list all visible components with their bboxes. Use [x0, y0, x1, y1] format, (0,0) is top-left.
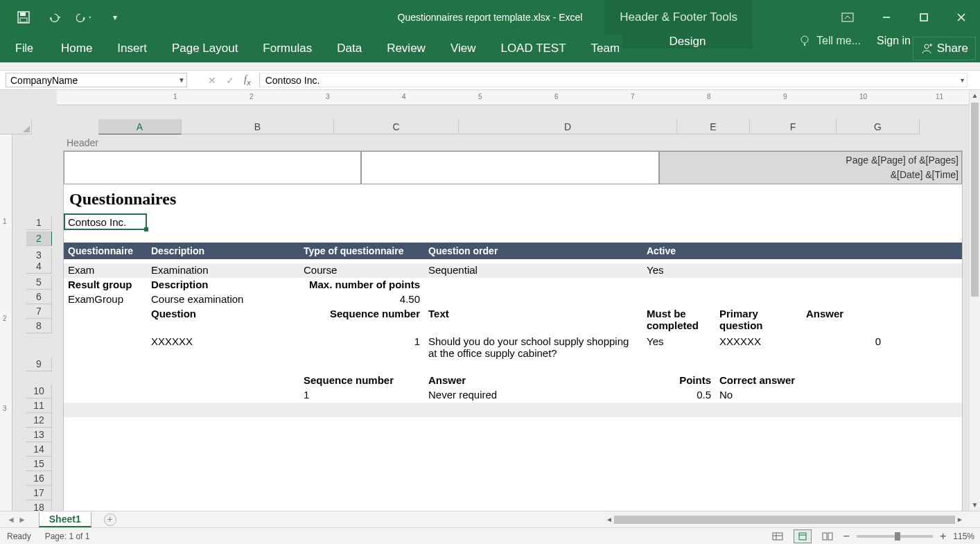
row-header-11[interactable]: 11 [26, 398, 52, 413]
hscroll-thumb[interactable] [614, 516, 955, 524]
formula-expand-icon[interactable]: ▾ [961, 76, 964, 84]
customize-qat-icon[interactable]: ▾ [107, 9, 123, 26]
cell-label[interactable]: Sequence number [299, 307, 424, 320]
scroll-down-icon[interactable]: ▼ [970, 500, 980, 511]
tab-file[interactable]: File [0, 35, 49, 62]
cell[interactable]: Should you do your school supply shoppin… [424, 335, 642, 360]
cell[interactable]: Course examination [147, 292, 299, 306]
zoom-out-button[interactable]: − [843, 530, 850, 543]
insert-function-icon[interactable]: fx [244, 74, 251, 87]
cell[interactable]: Yes [642, 263, 715, 277]
cell[interactable]: Course [299, 263, 424, 277]
cell[interactable]: ExamGroup [64, 292, 147, 306]
header-center-box[interactable] [361, 151, 658, 184]
zoom-level[interactable]: 115% [953, 532, 974, 541]
tell-me-search[interactable]: Tell me... [798, 35, 861, 47]
tab-design[interactable]: Design [622, 35, 753, 49]
col-header-c[interactable]: C [334, 119, 459, 134]
row-header-16[interactable]: 16 [26, 471, 52, 486]
page-break-view-button[interactable] [819, 529, 837, 543]
scroll-up-icon[interactable]: ▲ [970, 90, 980, 101]
redo-icon[interactable] [76, 9, 93, 26]
name-box[interactable]: CompanyName ▼ [6, 73, 187, 87]
cell[interactable]: XXXXXX [147, 335, 299, 348]
cell[interactable]: Exam [64, 263, 147, 277]
cell[interactable]: 4.50 [299, 292, 424, 306]
vertical-scrollbar[interactable]: ▲ ▼ [969, 90, 980, 511]
header-left-box[interactable] [64, 151, 361, 184]
close-button[interactable] [943, 0, 980, 35]
horizontal-scrollbar[interactable]: ◄ ► [604, 514, 965, 525]
cell[interactable]: Never required [424, 388, 642, 401]
col-header-a[interactable]: A [98, 119, 182, 134]
cell-label[interactable]: Points [642, 374, 715, 387]
tab-nav-prev-icon[interactable]: ◄ [7, 515, 15, 525]
cell[interactable]: Examination [147, 263, 299, 277]
save-icon[interactable] [15, 9, 32, 26]
select-all-cells[interactable] [0, 119, 32, 134]
row-header-2[interactable]: 2 [26, 231, 52, 246]
zoom-slider-thumb[interactable] [895, 532, 900, 541]
active-cell[interactable]: Contoso Inc. [64, 213, 147, 230]
new-sheet-button[interactable]: + [104, 514, 116, 526]
maximize-button[interactable] [905, 0, 943, 35]
cell[interactable]: 1 [299, 335, 424, 348]
undo-icon[interactable] [46, 9, 62, 26]
row-header-9[interactable]: 9 [26, 357, 52, 371]
cell[interactable]: No [715, 388, 802, 401]
fill-handle[interactable] [144, 227, 148, 231]
row-header-5[interactable]: 5 [26, 275, 52, 290]
row-header-13[interactable]: 13 [26, 428, 52, 442]
cell-label[interactable]: Must be completed [642, 307, 715, 332]
cell-label[interactable]: Question [147, 307, 299, 320]
cell[interactable]: 1 [299, 388, 424, 401]
sheet-tab-sheet1[interactable]: Sheet1 [39, 512, 91, 527]
cell-label[interactable]: Text [424, 307, 642, 320]
sign-in-link[interactable]: Sign in [877, 35, 911, 47]
page-layout-view-button[interactable] [794, 529, 812, 543]
col-header-d[interactable]: D [459, 119, 677, 134]
row-header-17[interactable]: 17 [26, 486, 52, 500]
cell-label[interactable]: Max. number of points [299, 278, 424, 291]
cell-label[interactable]: Answer [424, 374, 642, 387]
row-header-4[interactable]: 4 [26, 259, 52, 274]
tab-review[interactable]: Review [374, 35, 438, 62]
scroll-right-icon[interactable]: ► [955, 514, 965, 525]
cell[interactable]: XXXXXX [715, 335, 802, 348]
tab-nav-next-icon[interactable]: ► [18, 515, 26, 525]
cell[interactable]: 0 [802, 335, 885, 348]
row-header-15[interactable]: 15 [26, 457, 52, 471]
cell-label[interactable]: Result group [64, 278, 147, 291]
tab-home[interactable]: Home [49, 35, 105, 62]
row-header-12[interactable]: 12 [26, 413, 52, 428]
row-header-1[interactable]: 1 [26, 216, 52, 230]
share-button[interactable]: Share [913, 37, 976, 60]
minimize-button[interactable] [868, 0, 905, 35]
cell[interactable]: Sequential [424, 263, 642, 277]
cell-label[interactable]: Sequence number [299, 374, 424, 387]
tab-page-layout[interactable]: Page Layout [159, 35, 250, 62]
zoom-in-button[interactable]: + [940, 530, 946, 543]
normal-view-button[interactable] [769, 529, 787, 543]
formula-input[interactable]: Contoso Inc. ▾ [259, 73, 968, 87]
scroll-left-icon[interactable]: ◄ [604, 514, 614, 525]
ribbon-display-options-icon[interactable] [829, 0, 866, 35]
col-header-g[interactable]: G [837, 119, 920, 134]
cancel-formula-icon[interactable]: ✕ [208, 75, 216, 86]
tab-insert[interactable]: Insert [105, 35, 159, 62]
zoom-slider[interactable] [857, 535, 933, 538]
tab-load-test[interactable]: LOAD TEST [488, 35, 578, 62]
scroll-thumb[interactable] [971, 103, 979, 297]
header-right-box[interactable]: Page &[Page] of &[Pages] &[Date] &[Time] [659, 151, 962, 184]
cell-label[interactable]: Primary question [715, 307, 802, 332]
name-box-dropdown-icon[interactable]: ▼ [178, 76, 185, 84]
tab-view[interactable]: View [438, 35, 489, 62]
tab-formulas[interactable]: Formulas [250, 35, 324, 62]
row-header-8[interactable]: 8 [26, 319, 52, 333]
row-header-10[interactable]: 10 [26, 384, 52, 398]
cell-label[interactable]: Description [147, 278, 299, 291]
col-header-e[interactable]: E [677, 119, 750, 134]
col-header-b[interactable]: B [182, 119, 334, 134]
cell[interactable]: Yes [642, 335, 715, 348]
row-header-6[interactable]: 6 [26, 290, 52, 304]
